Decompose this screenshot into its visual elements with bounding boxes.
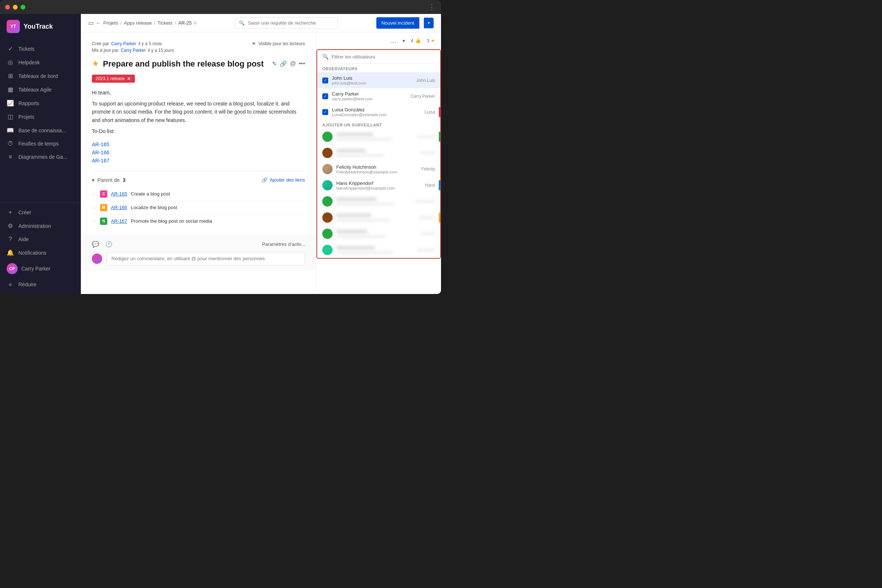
link-ar167[interactable]: AR-167 (92, 158, 305, 164)
link-ar166[interactable]: AR-166 (92, 150, 305, 156)
badge-n-ar167: N (100, 218, 107, 225)
star-count: 3 ★ (427, 38, 435, 44)
sidebar-item-projets[interactable]: ◫ Projets (0, 110, 81, 123)
new-incident-button[interactable]: Nouvel incident (376, 17, 419, 28)
sidebar-item-administration[interactable]: ⚙ Administration (0, 219, 81, 232)
breadcrumb-apps-release[interactable]: Apps release (124, 20, 152, 26)
sub-ticket-ar167: ☆ N AR-167 Promote the blog post on soci… (92, 214, 305, 228)
parent-section: ▾ Parent de 3 🔗 Ajouter des liens ☆ (92, 171, 305, 228)
watcher-hans-username: Hans (425, 183, 435, 188)
check-icon: ✓ (324, 94, 327, 98)
watcher-felicity-name: Felicity Hutchinson (336, 164, 418, 170)
panel-icon[interactable]: ▭ (88, 20, 94, 27)
history-icon[interactable]: 🕐 (105, 241, 112, 248)
watcher-blurred-5[interactable] (317, 226, 440, 242)
tag-remove-button[interactable]: ✕ (127, 76, 131, 82)
sidebar-item-feuilles-temps[interactable]: ⏱ Feuilles de temps (0, 137, 81, 150)
collapse-icon: « (7, 281, 14, 288)
observer-carry-parker[interactable]: ✓ Carry Parker carry.parker@test.com Car… (317, 88, 440, 104)
sidebar-item-tickets[interactable]: ✓ Tickets (0, 42, 81, 56)
sidebar-item-notifications[interactable]: 🔔 Notifications (0, 246, 81, 260)
watcher-blurred-1[interactable] (317, 129, 440, 145)
add-links-button[interactable]: 🔗 Ajouter des liens (262, 177, 305, 183)
sidebar-item-helpdesk[interactable]: ◎ Helpdesk (0, 56, 81, 69)
breadcrumb-projects[interactable]: Projets (103, 20, 118, 26)
sidebar-item-feuilles-label: Feuilles de temps (18, 141, 59, 147)
edit-icon[interactable]: ✎ (272, 60, 277, 67)
minimize-button[interactable] (13, 5, 18, 9)
watcher-blurred-6[interactable] (317, 242, 440, 258)
titlebar: ⋮ (0, 0, 441, 14)
filter-input[interactable] (332, 54, 435, 60)
body-greeting: Hi team, (92, 88, 305, 97)
breadcrumb-current: AR-25 (178, 20, 192, 26)
sidebar-item-diagrammes[interactable]: ≡ Diagrammes de Ga... (0, 150, 81, 164)
sub-id-ar167[interactable]: AR-167 (111, 218, 127, 224)
checkbox-john-luis[interactable]: ✓ (322, 78, 328, 83)
sidebar-collapse[interactable]: « Réduire (0, 278, 81, 291)
chart-icon: 📈 (7, 100, 14, 106)
sub-star-ar165[interactable]: ☆ (92, 191, 96, 196)
observer-luisa-gonzalez[interactable]: ✓ Luisa González LuisaGonzalez@example.c… (317, 104, 440, 120)
filter-row: 🔍 (317, 50, 440, 64)
watcher-avatar-hans (322, 180, 333, 190)
back-button[interactable]: ← (96, 20, 101, 26)
watcher-info-1 (336, 133, 413, 141)
watcher-blurred-4[interactable] (317, 210, 440, 226)
watcher-email-1 (336, 138, 392, 141)
app-body: YT YouTrack ✓ Tickets ◎ Helpdesk ⊞ Table… (0, 14, 441, 294)
watcher-blurred-3[interactable] (317, 193, 440, 210)
more-icon[interactable]: ••• (299, 60, 305, 67)
fullscreen-button[interactable] (21, 5, 26, 9)
sub-star-ar166[interactable]: ☆ (92, 205, 96, 210)
observer-carry-parker-info: Carry Parker carry.parker@test.com (332, 91, 407, 101)
grid-icon: ⊞ (7, 72, 14, 80)
checkbox-luisa-gonzalez[interactable]: ✓ (322, 109, 328, 115)
observer-john-luis[interactable]: ✓ John Luis john.luis@test.com John.Luis (317, 72, 440, 88)
comment-icon[interactable]: 💬 (92, 241, 99, 248)
watcher-email-5 (336, 235, 386, 238)
updated-by-link[interactable]: Carry Parker (121, 48, 146, 53)
watcher-hans[interactable]: Hans Krippendorf HansKrippendorf@example… (317, 177, 440, 193)
sidebar-item-creer[interactable]: + Créer (0, 206, 81, 219)
checkbox-carry-parker[interactable]: ✓ (322, 93, 328, 99)
link-chain-icon: 🔗 (262, 177, 267, 183)
window-more-icon[interactable]: ⋮ (429, 3, 436, 11)
gantt-icon: ≡ (7, 154, 14, 160)
todo-label: To-Do list: (92, 127, 305, 135)
watcher-felicity-username: Felicity (422, 166, 435, 172)
link-ar165[interactable]: AR-165 (92, 141, 305, 147)
copy-icon[interactable]: ⎘ (194, 21, 196, 26)
comment-input[interactable] (106, 252, 305, 266)
search-input[interactable] (248, 20, 334, 26)
sidebar-item-base-label: Base de connaissa... (18, 128, 66, 134)
breadcrumb-tickets[interactable]: Tickets (158, 20, 173, 26)
at-icon[interactable]: @ (290, 60, 296, 67)
sidebar-item-tableaux-de-bord[interactable]: ⊞ Tableaux de bord (0, 69, 81, 82)
filter-search-icon: 🔍 (322, 54, 328, 60)
created-by-link[interactable]: Carry Parker (111, 41, 136, 46)
watcher-hans-email: HansKrippendorf@example.com (336, 186, 421, 190)
sub-id-ar166[interactable]: AR-166 (111, 205, 127, 210)
star-icon[interactable]: ★ (92, 59, 99, 68)
close-button[interactable] (5, 5, 10, 9)
sub-star-ar167[interactable]: ☆ (92, 218, 96, 224)
watcher-avatar-1 (322, 132, 333, 142)
parent-toggle[interactable]: ▾ Parent de 3 (92, 177, 126, 183)
link-icon[interactable]: 🔗 (280, 60, 287, 67)
parent-label: Parent de (98, 177, 120, 183)
sidebar-item-base-connaissance[interactable]: 📖 Base de connaissa... (0, 123, 81, 137)
sidebar-item-rapports[interactable]: 📈 Rapports (0, 96, 81, 110)
sidebar-item-tableaux-agile-label: Tableaux Agile (18, 87, 51, 93)
sidebar-item-aide[interactable]: ? Aide (0, 232, 81, 246)
watcher-info-4 (336, 213, 415, 222)
sidebar-user[interactable]: CP Carry Parker (0, 260, 81, 278)
sub-id-ar165[interactable]: AR-165 (111, 191, 127, 196)
watcher-felicity[interactable]: Felicity Hutchinson FelicityHutchinson@e… (317, 161, 440, 177)
sidebar-item-tableaux-agile[interactable]: ▦ Tableaux Agile (0, 82, 81, 96)
comment-avatar (92, 254, 102, 264)
new-incident-arrow-button[interactable]: ▾ (424, 18, 434, 28)
watcher-blurred-2[interactable] (317, 145, 440, 161)
more-options-button[interactable]: ... (391, 37, 396, 45)
chevron-icon[interactable]: ▾ (402, 38, 405, 44)
